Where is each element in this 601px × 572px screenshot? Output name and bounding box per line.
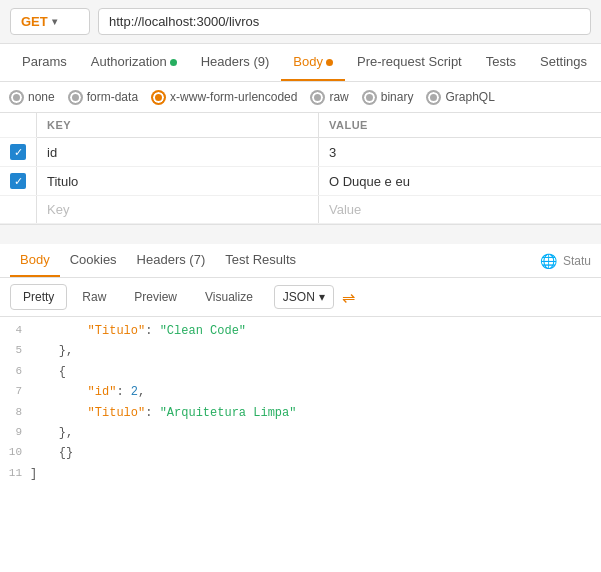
params-table: KEY VALUE ✓ id 3 ✓ Titulo O Duque e eu K… <box>0 113 601 224</box>
line-content-4: "Titulo": "Clean Code" <box>30 321 601 341</box>
key-titulo: "Titulo" <box>88 324 146 338</box>
tab-settings-label: Settings <box>540 54 587 69</box>
authorization-dot <box>170 59 177 66</box>
row2-check[interactable]: ✓ <box>0 167 37 196</box>
line-num-7: 7 <box>0 382 30 401</box>
tab-tests[interactable]: Tests <box>474 44 528 81</box>
value-column-header: VALUE <box>318 113 601 138</box>
response-tab-test-results-label: Test Results <box>225 252 296 267</box>
response-status-area: 🌐 Statu <box>540 253 591 269</box>
row2-key[interactable]: Titulo <box>37 167 319 196</box>
tab-authorization-label: Authorization <box>91 54 167 69</box>
format-pretty-label: Pretty <box>23 290 54 304</box>
code-line-8: 8 "Titulo": "Arquitetura Limpa" <box>0 403 601 423</box>
row2-value[interactable]: O Duque e eu <box>318 167 601 196</box>
row-placeholder-key[interactable]: Key <box>37 196 319 224</box>
tab-headers-label: Headers (9) <box>201 54 270 69</box>
wrap-icon[interactable]: ⇌ <box>342 288 355 307</box>
status-label: Statu <box>563 254 591 268</box>
tab-body[interactable]: Body <box>281 44 345 81</box>
type-form-data[interactable]: form-data <box>69 90 138 104</box>
table-row: ✓ id 3 <box>0 138 601 167</box>
line-content-6: { <box>30 362 601 382</box>
type-urlencoded[interactable]: x-www-form-urlencoded <box>152 90 297 104</box>
format-bar: Pretty Raw Preview Visualize JSON ▾ ⇌ <box>0 278 601 317</box>
url-bar: GET ▾ <box>0 0 601 44</box>
type-raw-label: raw <box>329 90 348 104</box>
json-chevron-icon: ▾ <box>319 290 325 304</box>
json-type-label: JSON <box>283 290 315 304</box>
code-line-11: 11 ] <box>0 464 601 484</box>
tab-pre-request-label: Pre-request Script <box>357 54 462 69</box>
method-select[interactable]: GET ▾ <box>10 8 90 35</box>
line-content-5: }, <box>30 341 601 361</box>
json-type-select[interactable]: JSON ▾ <box>274 285 334 309</box>
key-column-header: KEY <box>37 113 319 138</box>
row-placeholder-check <box>0 196 37 224</box>
line-num-10: 10 <box>0 443 30 462</box>
code-line-7: 7 "id": 2, <box>0 382 601 402</box>
row1-value[interactable]: 3 <box>318 138 601 167</box>
type-binary[interactable]: binary <box>363 90 414 104</box>
body-dot <box>326 59 333 66</box>
row1-checkbox[interactable]: ✓ <box>10 144 26 160</box>
row2-checkbox[interactable]: ✓ <box>10 173 26 189</box>
tab-params[interactable]: Params <box>10 44 79 81</box>
val-id-2: 2 <box>131 385 138 399</box>
line-num-4: 4 <box>0 321 30 340</box>
type-graphql[interactable]: GraphQL <box>427 90 494 104</box>
code-line-9: 9 }, <box>0 423 601 443</box>
response-tab-headers-label: Headers (7) <box>137 252 206 267</box>
val-arq-limpa: "Arquitetura Limpa" <box>160 406 297 420</box>
format-preview-label: Preview <box>134 290 177 304</box>
type-graphql-radio <box>427 91 440 104</box>
body-type-tabs: none form-data x-www-form-urlencoded raw… <box>0 82 601 113</box>
tab-pre-request[interactable]: Pre-request Script <box>345 44 474 81</box>
row1-key[interactable]: id <box>37 138 319 167</box>
response-tab-body[interactable]: Body <box>10 244 60 277</box>
line-content-11: ] <box>30 464 601 484</box>
line-num-11: 11 <box>0 464 30 483</box>
tab-tests-label: Tests <box>486 54 516 69</box>
type-graphql-label: GraphQL <box>445 90 494 104</box>
format-visualize[interactable]: Visualize <box>192 284 266 310</box>
url-input[interactable] <box>98 8 591 35</box>
line-num-5: 5 <box>0 341 30 360</box>
row-placeholder-value[interactable]: Value <box>318 196 601 224</box>
line-content-7: "id": 2, <box>30 382 601 402</box>
type-urlencoded-label: x-www-form-urlencoded <box>170 90 297 104</box>
format-visualize-label: Visualize <box>205 290 253 304</box>
type-none-label: none <box>28 90 55 104</box>
table-row: ✓ Titulo O Duque e eu <box>0 167 601 196</box>
tab-settings[interactable]: Settings <box>528 44 599 81</box>
response-tab-test-results[interactable]: Test Results <box>215 244 306 277</box>
globe-icon: 🌐 <box>540 253 557 269</box>
format-pretty[interactable]: Pretty <box>10 284 67 310</box>
format-raw[interactable]: Raw <box>69 284 119 310</box>
code-line-10: 10 {} <box>0 443 601 463</box>
response-tab-cookies[interactable]: Cookies <box>60 244 127 277</box>
response-tab-body-label: Body <box>20 252 50 267</box>
line-content-10: {} <box>30 443 601 463</box>
tab-body-label: Body <box>293 54 323 69</box>
val-clean-code: "Clean Code" <box>160 324 246 338</box>
row1-check[interactable]: ✓ <box>0 138 37 167</box>
line-num-9: 9 <box>0 423 30 442</box>
type-none[interactable]: none <box>10 90 55 104</box>
type-none-radio <box>10 91 23 104</box>
type-form-data-label: form-data <box>87 90 138 104</box>
tab-params-label: Params <box>22 54 67 69</box>
type-raw[interactable]: raw <box>311 90 348 104</box>
format-raw-label: Raw <box>82 290 106 304</box>
line-content-8: "Titulo": "Arquitetura Limpa" <box>30 403 601 423</box>
response-tab-headers[interactable]: Headers (7) <box>127 244 216 277</box>
line-content-9: }, <box>30 423 601 443</box>
tab-headers[interactable]: Headers (9) <box>189 44 282 81</box>
type-form-data-radio <box>69 91 82 104</box>
section-divider <box>0 224 601 244</box>
method-chevron: ▾ <box>52 16 57 27</box>
format-preview[interactable]: Preview <box>121 284 190 310</box>
tab-authorization[interactable]: Authorization <box>79 44 189 81</box>
type-binary-radio <box>363 91 376 104</box>
method-label: GET <box>21 14 48 29</box>
